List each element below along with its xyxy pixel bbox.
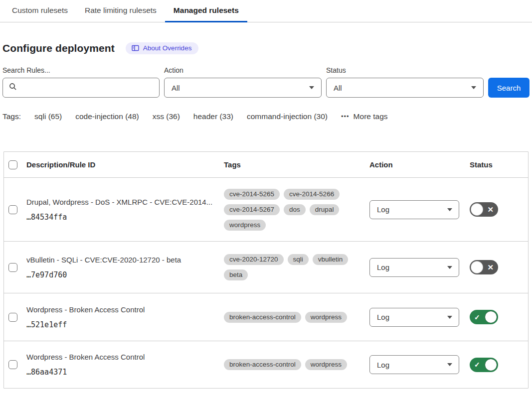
- about-overrides-label: About Overrides: [143, 44, 192, 52]
- rule-id: …86aa4371: [26, 368, 224, 377]
- row-checkbox[interactable]: [8, 263, 17, 272]
- tag-pill: broken-access-control: [224, 359, 301, 370]
- tab-rate-limiting-rulesets[interactable]: Rate limiting rulesets: [76, 0, 165, 22]
- chevron-down-icon: [447, 363, 452, 366]
- chevron-down-icon: [447, 266, 452, 269]
- rule-action-select[interactable]: Log: [369, 200, 459, 219]
- rule-action-select[interactable]: Log: [369, 258, 459, 277]
- chevron-down-icon: [309, 86, 314, 89]
- rule-status-toggle[interactable]: ✓ ✕: [470, 260, 498, 274]
- action-field: Action All: [164, 66, 322, 98]
- col-status: Status: [470, 160, 528, 169]
- tag-pill: cve-2014-5267: [224, 204, 280, 215]
- status-field: Status All: [326, 66, 484, 98]
- tab-custom-rulesets[interactable]: Custom rulesets: [3, 0, 76, 22]
- rules-table: Description/Rule ID Tags Action Status D…: [3, 151, 529, 389]
- rule-action-value: Log: [377, 313, 389, 321]
- rule-tags: broken-access-control wordpress: [224, 312, 369, 323]
- chevron-down-icon: [471, 86, 476, 89]
- rule-action-select[interactable]: Log: [369, 355, 459, 374]
- table-row: Drupal, Wordpress - DoS - XMLRPC - CVE:C…: [4, 178, 528, 242]
- more-tags-button[interactable]: ••• More tags: [341, 112, 388, 121]
- tag-pill: beta: [224, 269, 248, 280]
- tags-bar-label: Tags:: [2, 112, 21, 121]
- table-row: Wordpress - Broken Access Control …86aa4…: [4, 341, 528, 388]
- table-row: vBulletin - SQLi - CVE:CVE-2020-12720 - …: [4, 242, 528, 293]
- rule-tags: cve-2020-12720 sqli vbulletin beta: [224, 254, 369, 280]
- rule-description: Wordpress - Broken Access Control: [26, 305, 224, 314]
- tag-pill: cve-2020-12720: [224, 254, 284, 265]
- x-icon: ✕: [487, 263, 494, 271]
- ruleset-tabbar: Custom rulesets Rate limiting rulesets M…: [0, 0, 532, 22]
- chevron-down-icon: [447, 208, 452, 211]
- rule-description: Drupal, Wordpress - DoS - XMLRPC - CVE:C…: [26, 198, 224, 206]
- status-label: Status: [326, 66, 484, 74]
- rule-description: vBulletin - SQLi - CVE:CVE-2020-12720 - …: [26, 256, 224, 264]
- toggle-knob: [485, 359, 497, 371]
- row-checkbox[interactable]: [8, 205, 17, 214]
- tag-filter-sqli[interactable]: sqli (65): [34, 112, 62, 121]
- search-label: Search Rules...: [2, 66, 160, 74]
- action-filter-select[interactable]: All: [164, 78, 322, 98]
- toggle-knob: [485, 311, 497, 323]
- filters-row: Search Rules... Action All Status All Se…: [2, 66, 530, 98]
- tag-pill: wordpress: [305, 312, 347, 323]
- rule-tags: cve-2014-5265 cve-2014-5266 cve-2014-526…: [224, 189, 369, 231]
- tag-pill: cve-2014-5265: [224, 189, 280, 200]
- tag-pill: drupal: [310, 204, 340, 215]
- toggle-knob: [471, 203, 483, 216]
- about-overrides-badge[interactable]: About Overrides: [126, 42, 199, 54]
- select-all-checkbox[interactable]: [8, 160, 17, 169]
- rule-action-value: Log: [377, 263, 389, 271]
- rule-status-toggle[interactable]: ✓ ✕: [470, 202, 498, 217]
- tag-pill: vbulletin: [313, 254, 349, 265]
- search-box: [2, 78, 160, 98]
- rule-id: …7e97d760: [26, 270, 224, 279]
- tag-pill: wordpress: [224, 220, 266, 231]
- search-input[interactable]: [21, 78, 159, 97]
- tab-managed-rulesets[interactable]: Managed rulesets: [165, 0, 247, 22]
- tags-bar: Tags: sqli (65) code-injection (48) xss …: [2, 112, 532, 121]
- row-checkbox[interactable]: [8, 360, 17, 369]
- rule-tags: broken-access-control wordpress: [224, 359, 369, 370]
- status-filter-select[interactable]: All: [326, 78, 484, 98]
- tag-pill: broken-access-control: [224, 312, 301, 323]
- col-action: Action: [369, 160, 470, 169]
- action-label: Action: [164, 66, 322, 74]
- tag-pill: sqli: [288, 254, 309, 265]
- rule-status-toggle[interactable]: ✓ ✕: [470, 310, 498, 324]
- rule-action-value: Log: [377, 361, 389, 369]
- rule-id: …521e1eff: [26, 320, 224, 329]
- table-header-row: Description/Rule ID Tags Action Status: [4, 152, 528, 178]
- action-filter-value: All: [172, 84, 180, 92]
- chevron-down-icon: [447, 316, 452, 319]
- col-tags: Tags: [224, 160, 369, 169]
- search-button[interactable]: Search: [488, 78, 530, 98]
- status-filter-value: All: [334, 84, 342, 92]
- tag-filter-header[interactable]: header (33): [193, 112, 233, 121]
- check-icon: ✓: [474, 313, 480, 321]
- search-icon: [9, 83, 17, 93]
- col-description: Description/Rule ID: [26, 160, 224, 169]
- tag-filter-code-injection[interactable]: code-injection (48): [75, 112, 139, 121]
- rule-id: …84534ffa: [26, 213, 224, 222]
- rule-description: Wordpress - Broken Access Control: [26, 353, 224, 361]
- rule-status-toggle[interactable]: ✓ ✕: [470, 358, 498, 372]
- table-row: Wordpress - Broken Access Control …521e1…: [4, 293, 528, 341]
- ellipsis-icon: •••: [341, 113, 350, 120]
- tag-pill: dos: [284, 204, 306, 215]
- page-title: Configure deployment: [2, 42, 115, 54]
- tag-pill: wordpress: [305, 359, 347, 370]
- rule-action-value: Log: [377, 205, 389, 214]
- more-tags-label: More tags: [354, 112, 388, 121]
- tag-filter-command-injection[interactable]: command-injection (30): [247, 112, 328, 121]
- search-field: Search Rules...: [2, 66, 160, 98]
- tag-pill: cve-2014-5266: [284, 189, 340, 200]
- tag-filter-xss[interactable]: xss (36): [153, 112, 180, 121]
- rule-action-select[interactable]: Log: [369, 308, 459, 327]
- row-checkbox[interactable]: [8, 313, 17, 322]
- check-icon: ✓: [474, 361, 480, 369]
- book-open-icon: [132, 45, 139, 51]
- x-icon: ✕: [487, 205, 494, 214]
- page-head: Configure deployment About Overrides: [2, 42, 532, 54]
